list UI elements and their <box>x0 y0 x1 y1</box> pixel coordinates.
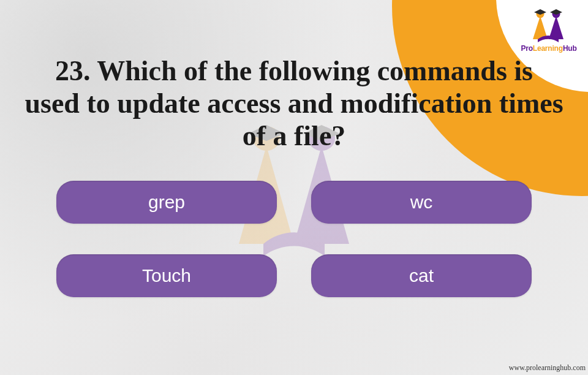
brand-name-pro: Pro <box>521 44 532 53</box>
content-area: 23. Which of the following commands is u… <box>0 55 588 297</box>
brand-name-learning: Learning <box>533 44 563 53</box>
option-grep[interactable]: grep <box>56 181 277 224</box>
option-cat[interactable]: cat <box>311 254 532 297</box>
option-wc[interactable]: wc <box>311 181 532 224</box>
grad-cap-icon <box>527 4 571 43</box>
slide-stage: ProLearningHub 23. Which of the followin… <box>0 0 588 375</box>
option-touch[interactable]: Touch <box>56 254 277 297</box>
options-grid: grep wc Touch cat <box>24 181 564 297</box>
brand-name: ProLearningHub <box>512 44 586 53</box>
brand-name-hub: Hub <box>563 44 577 53</box>
question-text: 23. Which of the following commands is u… <box>24 55 564 153</box>
option-label: cat <box>409 265 434 286</box>
option-label: grep <box>148 192 185 213</box>
option-label: Touch <box>142 265 191 286</box>
brand-logo: ProLearningHub <box>512 4 586 53</box>
option-label: wc <box>410 192 433 213</box>
footer-url: www.prolearninghub.com <box>509 363 586 373</box>
